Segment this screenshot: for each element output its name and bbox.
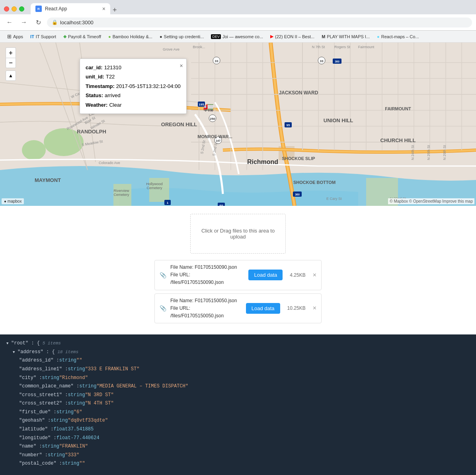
popup-weather-value: Clear — [109, 100, 121, 109]
popup-close-button[interactable]: × — [179, 61, 183, 71]
json-address-row: "address" : { 18 items — [13, 348, 470, 357]
reactmaps-icon: ● — [377, 34, 380, 39]
upload-dropzone[interactable]: Click or Drag files to this area to uplo… — [190, 214, 286, 254]
svg-text:OREGON HILL: OREGON HILL — [161, 121, 197, 127]
bookmark-eon[interactable]: ▶ (22) EON II – Best... — [267, 33, 318, 40]
json-fields: "address_id" : string "" "address_line1"… — [13, 356, 470, 468]
load-data-button-1[interactable]: Load data — [248, 270, 283, 280]
bookmark-label: Joi — awesome co... — [222, 34, 263, 39]
popup-status-label: Status: — [86, 91, 103, 100]
minimize-window-button[interactable] — [12, 6, 17, 12]
bamboo-icon: ● — [108, 34, 111, 39]
json-field-number: "number" : string "333" — [19, 451, 470, 460]
svg-text:60: 60 — [220, 204, 223, 206]
dropzone-text: Click or Drag files to this area to uplo… — [191, 224, 285, 244]
popup-status-row: Status: arrived — [86, 91, 181, 100]
svg-text:Rogers St: Rogers St — [334, 45, 351, 49]
json-root-expand[interactable] — [6, 339, 11, 348]
title-bar: R React App × + — [0, 0, 476, 14]
mapbox-logo-icon: ● — [4, 199, 6, 203]
medium-icon: M — [322, 34, 325, 39]
bookmark-label: PLAY WITH MAPS I... — [327, 34, 370, 39]
file-item-1: 📎 File Name: F01705150090.json File URL:… — [154, 260, 322, 290]
map-container[interactable]: 60 195 195 95 250 33 33 — [0, 43, 476, 206]
popup-car-id-row: car_id: 121310 — [86, 63, 181, 72]
svg-text:33: 33 — [320, 59, 324, 63]
new-tab-button[interactable]: + — [113, 6, 117, 14]
maximize-window-button[interactable] — [19, 6, 24, 12]
svg-text:Richmond: Richmond — [247, 158, 278, 165]
svg-text:1: 1 — [167, 201, 169, 205]
bookmark-label: Payroll & Timeoff — [68, 34, 101, 39]
popup-unit-id-row: unit_id: T22 — [86, 72, 181, 81]
svg-text:N 29th St: N 29th St — [443, 145, 447, 160]
json-field-address-line1: "address_line1" : string "333 E FRANKLIN… — [19, 365, 470, 374]
apps-grid-icon: ⊞ — [7, 33, 12, 39]
svg-text:CHURCH HILL: CHURCH HILL — [380, 137, 416, 143]
rotate-button[interactable]: ▲ — [6, 70, 16, 81]
json-field-postal: "postal_code" : string "" — [19, 459, 470, 468]
bookmark-apps[interactable]: ⊞ Apps — [4, 32, 26, 41]
map-popup: × car_id: 121310 unit_id: T22 Timestamp:… — [80, 59, 187, 114]
svg-text:Cemetery: Cemetery — [113, 193, 129, 197]
bookmark-bamboo[interactable]: ● Bamboo Holiday &... — [105, 33, 156, 40]
traffic-lights — [4, 5, 24, 13]
remove-file-1-button[interactable]: × — [313, 272, 316, 279]
popup-car-id-value: 121310 — [104, 63, 121, 72]
active-tab[interactable]: R React App × — [31, 3, 110, 14]
paperclip-icon-1: 📎 — [160, 272, 166, 278]
paperclip-icon-2: 📎 — [160, 305, 166, 311]
load-data-button-2[interactable]: Load data — [246, 303, 280, 314]
json-root-count: 5 items — [40, 340, 61, 348]
file-url-2: File URL: /files/F01705150050.json — [170, 305, 242, 320]
address-input[interactable]: 🔒 localhost:3000 — [47, 18, 472, 27]
file-info-2: File Name: F01705150050.json File URL: /… — [170, 297, 242, 320]
bookmark-reactmaps[interactable]: ● React-maps – Co... — [374, 33, 422, 40]
bookmark-label: Apps — [13, 34, 23, 39]
file-size-2: 10.25KB — [287, 305, 306, 311]
svg-text:360: 360 — [335, 60, 339, 63]
bookmark-credentials[interactable]: ● Setting up credenti... — [156, 33, 207, 40]
svg-text:FAIRMOUNT: FAIRMOUNT — [385, 106, 411, 111]
remove-file-2-button[interactable]: × — [313, 305, 316, 312]
tab-close-button[interactable]: × — [102, 6, 105, 12]
svg-text:147: 147 — [216, 139, 220, 142]
map-svg: 60 195 195 95 250 33 33 — [0, 43, 476, 206]
file-info-1: File Name: F01705150090.json File URL: /… — [170, 264, 244, 287]
svg-text:95: 95 — [287, 123, 290, 127]
reload-button[interactable]: ↻ — [33, 17, 44, 28]
dev-icon: DEV — [211, 34, 221, 39]
svg-text:Riverview: Riverview — [113, 189, 129, 193]
bookmark-playwithmaps[interactable]: M PLAY WITH MAPS I... — [318, 33, 373, 40]
bookmark-joi[interactable]: DEV Joi — awesome co... — [208, 33, 266, 40]
svg-text:JACKSON WARD: JACKSON WARD — [279, 90, 318, 96]
forward-button[interactable]: → — [18, 17, 29, 28]
leaf-icon: ◆ — [63, 34, 66, 39]
bookmark-payroll[interactable]: ◆ Payroll & Timeoff — [60, 33, 104, 40]
zoom-in-button[interactable]: + — [6, 47, 16, 58]
back-button[interactable]: ← — [4, 17, 15, 28]
map-attribution[interactable]: © Mapbox © OpenStreetMap Improve this ma… — [388, 198, 474, 204]
json-address-expand[interactable] — [13, 348, 18, 357]
json-field-first-due: "first_due" : string "6" — [19, 408, 470, 417]
bookmark-it-support[interactable]: IT IT Support — [27, 33, 59, 40]
svg-text:250: 250 — [210, 117, 215, 121]
svg-text:Grove Ave: Grove Ave — [163, 47, 179, 51]
json-root-key: "root" : { — [11, 339, 40, 348]
map-controls: + − ▲ — [6, 47, 16, 81]
zoom-out-button[interactable]: − — [6, 58, 16, 68]
svg-text:E Cary St: E Cary St — [326, 197, 342, 201]
close-window-button[interactable] — [4, 6, 9, 12]
page-content: 60 195 195 95 250 33 33 — [0, 43, 476, 475]
svg-text:MONROE WAR...: MONROE WAR... — [197, 134, 232, 139]
svg-point-2 — [22, 140, 46, 160]
truck-marker: 🚛 — [203, 102, 214, 112]
json-root-row: "root" : { 5 items — [6, 339, 470, 348]
file-item-2: 📎 File Name: F01705150050.json File URL:… — [154, 293, 322, 324]
browser-window: R React App × + ← → ↻ 🔒 localhost:3000 ⊞… — [0, 0, 476, 475]
bookmark-label: IT Support — [36, 34, 56, 39]
url-text: localhost:3000 — [60, 20, 94, 25]
popup-timestamp-value: 2017-05-15T13:32:12-04:00 — [116, 82, 181, 91]
popup-weather-row: Weather: Clear — [86, 100, 181, 109]
json-field-address-id: "address_id" : string "" — [19, 356, 470, 365]
